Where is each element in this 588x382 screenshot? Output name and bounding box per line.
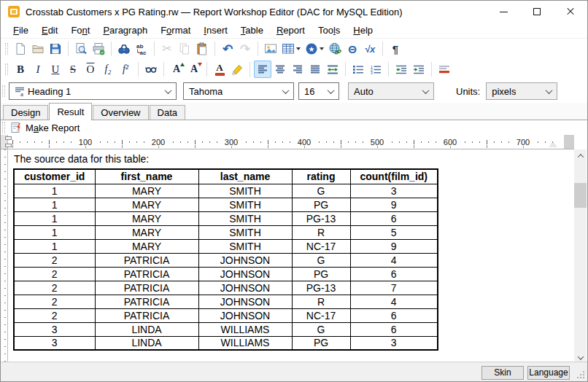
make-report-button[interactable]: Make Report — [26, 122, 80, 133]
save-icon — [49, 42, 62, 55]
find-button[interactable] — [115, 40, 133, 58]
cell-customer-id: 2 — [14, 253, 95, 267]
increase-indent-button[interactable] — [410, 61, 428, 78]
separator — [249, 62, 250, 77]
units-combo[interactable]: pixels — [486, 82, 557, 100]
scrollbar-thumb[interactable] — [574, 183, 587, 208]
scroll-up-button[interactable] — [574, 149, 587, 162]
toolbar-grip[interactable] — [2, 85, 5, 97]
undo-button[interactable]: ↶ — [219, 40, 236, 58]
highlight-button[interactable] — [228, 61, 246, 78]
toolbar-grip[interactable] — [2, 122, 5, 133]
align-right-button[interactable] — [289, 61, 306, 78]
insert-hyperlink-button[interactable] — [326, 40, 344, 58]
align-center-button[interactable] — [271, 61, 289, 78]
font-combo[interactable]: Tahoma — [183, 82, 294, 100]
paste-button[interactable] — [193, 40, 211, 58]
numbered-list-button[interactable]: 123 — [367, 61, 384, 78]
bullet-list-button[interactable] — [349, 61, 367, 78]
fit-width-button[interactable] — [324, 61, 341, 78]
bold-button[interactable]: B — [12, 61, 29, 78]
italic-button[interactable]: I — [29, 61, 47, 78]
underline-button[interactable]: U — [47, 61, 64, 78]
cell-count: 5 — [350, 225, 438, 239]
overline-button[interactable]: O — [82, 61, 99, 78]
svg-text:ac: ac — [140, 50, 147, 56]
print-button[interactable] — [90, 40, 107, 58]
insert-greek-letter-button[interactable]: Θ — [344, 40, 361, 58]
new-document-icon — [14, 42, 27, 55]
close-button[interactable] — [554, 1, 587, 23]
horizontal-rule-button[interactable] — [436, 61, 453, 78]
menu-item[interactable]: Insert — [197, 23, 234, 37]
redo-button[interactable]: ↷ — [236, 40, 254, 58]
menu-item[interactable]: Help — [347, 23, 379, 37]
insert-image-button[interactable] — [262, 40, 279, 58]
menu-item[interactable]: File — [7, 23, 35, 37]
menu-item[interactable]: Report — [270, 23, 312, 37]
ruler-labels: 100200300400500600700 — [12, 137, 560, 147]
table-body: 1 MARY SMITH G 3 1 MARY SMITH PG 9 — [14, 184, 438, 350]
menu-item[interactable]: Format — [154, 23, 197, 37]
report-result-area[interactable]: The source data for this table: customer… — [8, 149, 574, 362]
insert-symbol-button[interactable]: ★ — [303, 40, 320, 58]
cut-button[interactable]: ✂ — [158, 40, 176, 58]
toolbar-grip[interactable] — [5, 63, 8, 75]
menu-item[interactable]: Edit — [35, 23, 64, 37]
subscript-button[interactable]: f₂ — [99, 61, 117, 78]
open-button[interactable] — [29, 40, 47, 58]
replace-button[interactable]: abac — [133, 40, 150, 58]
formatting-marks-button[interactable]: ¶ — [387, 40, 404, 58]
strikethrough-button[interactable]: S — [64, 61, 82, 78]
right-indent-marker[interactable] — [549, 142, 557, 147]
insert-table-button[interactable] — [279, 40, 297, 58]
skin-button[interactable]: Skin — [481, 366, 524, 380]
menu-item[interactable]: Tools — [312, 23, 347, 37]
app-icon — [8, 6, 20, 17]
menu-item[interactable]: Paragraph — [96, 23, 154, 37]
new-document-button[interactable] — [12, 40, 29, 58]
grow-font-button[interactable]: A — [168, 61, 185, 78]
cell-rating: PG — [292, 336, 350, 350]
font-size-combo[interactable]: 16 — [298, 82, 339, 100]
first-line-indent-marker[interactable] — [5, 136, 12, 140]
cell-count: 9 — [350, 239, 438, 253]
tab-data[interactable]: Data — [150, 105, 185, 120]
copy-button[interactable] — [176, 40, 193, 58]
insert-formula-button[interactable]: √x — [361, 40, 379, 58]
font-color-button[interactable]: A — [211, 61, 228, 78]
cell-customer-id: 3 — [14, 336, 95, 350]
separator — [68, 42, 69, 56]
maximize-button[interactable] — [520, 1, 554, 23]
glasses-button[interactable] — [142, 61, 160, 78]
bullet-list-icon — [352, 65, 364, 74]
table-row: 2 PATRICIA JOHNSON R 4 — [14, 295, 438, 308]
paragraph-style-combo[interactable]: a Heading 1 — [9, 82, 177, 100]
tab-result[interactable]: Result — [49, 103, 92, 120]
minimize-button[interactable] — [487, 1, 520, 23]
shrink-font-button[interactable]: A — [185, 61, 203, 78]
align-left-button[interactable] — [254, 61, 271, 78]
font-color-combo[interactable]: Auto — [348, 82, 434, 100]
cell-customer-id: 2 — [14, 281, 95, 295]
justify-button[interactable] — [306, 61, 324, 78]
cell-first-name: PATRICIA — [95, 295, 198, 308]
resize-grip[interactable] — [583, 377, 584, 378]
decrease-indent-icon — [395, 65, 407, 74]
ruler-label: 100 — [77, 137, 93, 146]
toolbar-grip[interactable] — [5, 43, 8, 55]
language-button[interactable]: Language — [527, 366, 570, 380]
left-indent-marker[interactable] — [5, 144, 12, 147]
highlighter-icon — [231, 63, 244, 76]
menu-item[interactable]: Table — [234, 23, 270, 37]
decrease-indent-button[interactable] — [392, 61, 410, 78]
menu-item[interactable]: Font — [64, 23, 96, 37]
tab-design[interactable]: Design — [3, 105, 48, 120]
superscript-button[interactable]: f² — [117, 61, 134, 78]
tab-overview[interactable]: Overview — [93, 105, 148, 120]
print-preview-button[interactable] — [72, 40, 90, 58]
table-row: 3 LINDA WILLIAMS PG 3 — [14, 336, 438, 350]
scroll-down-button[interactable] — [574, 349, 587, 362]
vertical-scrollbar[interactable] — [574, 149, 587, 362]
save-button[interactable] — [47, 40, 64, 58]
